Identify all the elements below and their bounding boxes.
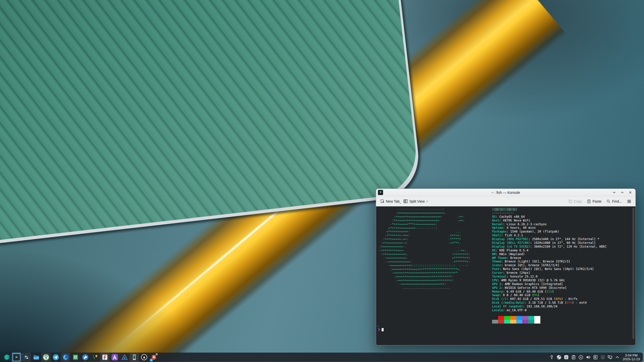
chevron-down-icon [613,191,616,194]
taskbar-app-thunderbird[interactable] [61,353,70,362]
palette-swatch [534,316,540,320]
info-line: Display (LG TV SSCR2): 3840x2160 in 72",… [492,245,607,249]
redacted-user-host [492,208,517,211]
palette-swatch [510,320,516,324]
palette-swatch [510,316,516,320]
tray-volume-icon[interactable] [585,354,591,360]
find-button[interactable]: Find... [605,198,624,205]
taskbar-app-freetube[interactable] [100,353,109,362]
tray-a-square-icon[interactable] [600,354,606,360]
taskbar-app-konsole[interactable]: > [12,353,21,362]
hamburger-icon [627,199,631,204]
info-line: Kernel: Linux 6.18.2-3-cachyos [492,222,607,226]
taskbar-app-libreoffice-calc[interactable] [71,353,80,362]
digital-clock[interactable]: 3:04 PM 2025-12-23 [622,353,642,361]
vesktop-icon [92,354,98,360]
taskbar-app-cachyos-menu[interactable] [2,353,11,362]
info-line: ------------ [492,211,607,215]
info-line: Display (DELL P2719H): 1920x1080 in 27",… [492,241,607,245]
palette-swatch [534,320,540,324]
maximize-button[interactable] [620,190,624,195]
palette-swatch [492,316,498,320]
split-view-button[interactable]: Split View ∨ [401,198,430,205]
browser-blue-icon [82,354,89,360]
paste-icon [587,199,591,203]
system-tray [549,354,622,360]
tray-dots-grid-icon[interactable] [564,354,569,360]
system-settings-icon [23,354,30,360]
palette-swatch [516,320,522,324]
taskbar-app-system-settings[interactable] [22,353,31,362]
scrollbar-thumb[interactable] [632,208,634,339]
copy-button[interactable]: Copy [566,198,584,205]
taskbar-app-jellyfin[interactable] [120,353,129,362]
svg-text:a: a [143,355,145,359]
palette-swatch [498,316,504,320]
thunderbird-icon [62,354,69,360]
tray-media-play-icon[interactable] [578,354,584,360]
tray-keepassxc-key-icon[interactable] [549,354,554,360]
taskbar-app-keepassxc[interactable] [41,353,51,362]
info-line: Memory: 6.49 GiB / 60.40 GiB (11%) [492,290,607,294]
tray-steam-icon[interactable] [556,354,562,360]
terminal-palette-row1 [492,316,607,320]
new-tab-button[interactable]: New Tab [378,198,401,205]
taskbar-app-purple-a-app[interactable] [110,353,119,362]
info-line: Host: X870E Nova WiFi [492,219,607,222]
info-line: Font: Noto Sans (10pt) [Qt], Noto Sans (… [492,267,607,271]
taskbar-app-vesktop[interactable] [90,353,100,362]
info-line: DE: KDE Plasma 6.5.4 [492,249,607,252]
taskbar-app-telegram[interactable] [51,353,60,362]
close-button[interactable] [628,190,632,195]
tray-chevron-up-icon[interactable] [615,354,620,360]
a-circle-app-icon: a [141,354,147,360]
keepassxc-icon [43,354,49,360]
info-line: Shell: fish 4.2.1 [492,234,607,237]
taskbar-app-brave[interactable]: + [149,353,158,362]
taskbar-app-a-circle-app[interactable]: a [139,353,149,362]
info-line [492,207,607,211]
palette-swatch [528,316,534,320]
palette-swatch [504,316,510,320]
palette-swatch [492,320,498,324]
palette-swatch [522,320,528,324]
info-line: Icons: breeze [Qt], breeze [GTK2/3/4] [492,263,607,267]
dolphin-icon [33,354,39,360]
tray-screen-cast-icon[interactable] [607,354,613,360]
freetube-icon [102,354,108,360]
find-label: Find... [612,199,622,203]
info-line: Packages: 1546 (pacman), 20 (flatpak) [492,230,607,234]
tray-klipper-clipboard-icon[interactable] [571,354,576,360]
terminal-area[interactable]: .------------------------: .+===========… [376,206,635,345]
window-title: ~ : fish — Konsole [376,191,635,195]
info-line: Swap: 0 B / 60.40 GiB (0%) [492,293,607,297]
close-icon [629,191,632,194]
info-line: Uptime: 4 hours, 40 mins [492,226,607,230]
desktop: > ~ : fish — Konsole New Tab [0,0,644,362]
notification-dot [156,353,158,355]
taskbar-app-dolphin[interactable] [31,353,41,362]
split-view-label: Split View [409,199,425,203]
copy-icon [568,199,572,203]
info-line: Disk (/media/data): 3.18 TiB / 3.58 TiB … [492,301,607,305]
palette-swatch [516,316,522,320]
chevron-up-icon [621,191,624,194]
info-line: CPU: AMD Ryzen 9 9950X3D (32) @ 5.76 GHz [492,279,607,282]
tray-k-square-icon[interactable] [593,354,598,360]
paste-button[interactable]: Paste [585,198,603,205]
jellyfin-icon [121,354,128,360]
taskbar-app-browser-blue[interactable] [80,353,90,362]
taskbar-panel: >a+ 3:04 PM 2025-12-23 [1,353,643,362]
info-line: WM: KWin (Wayland) [492,252,607,256]
minimize-button[interactable] [612,190,616,195]
info-line: Disk (/): 607.02 GiB / 929.51 GiB (65%) … [492,297,607,301]
info-line: OS: CachyOS x86_64 [492,215,607,219]
menu-button[interactable] [625,198,633,205]
titlebar[interactable]: > ~ : fish — Konsole [376,189,635,196]
info-line: Display (ROG PG279Q): 644x362 in 27", … [492,237,607,241]
shell-prompt: ~ [377,324,384,332]
info-line: Cursor: breeze (24px) [492,271,607,275]
taskbar-app-phone-mirror[interactable] [130,353,139,362]
fastfetch-info: ------------OS: CachyOS x86_64Host: X870… [492,207,607,324]
info-line: GPU 2: NVIDIA GeForce RTX 5090 [Discrete… [492,286,607,290]
